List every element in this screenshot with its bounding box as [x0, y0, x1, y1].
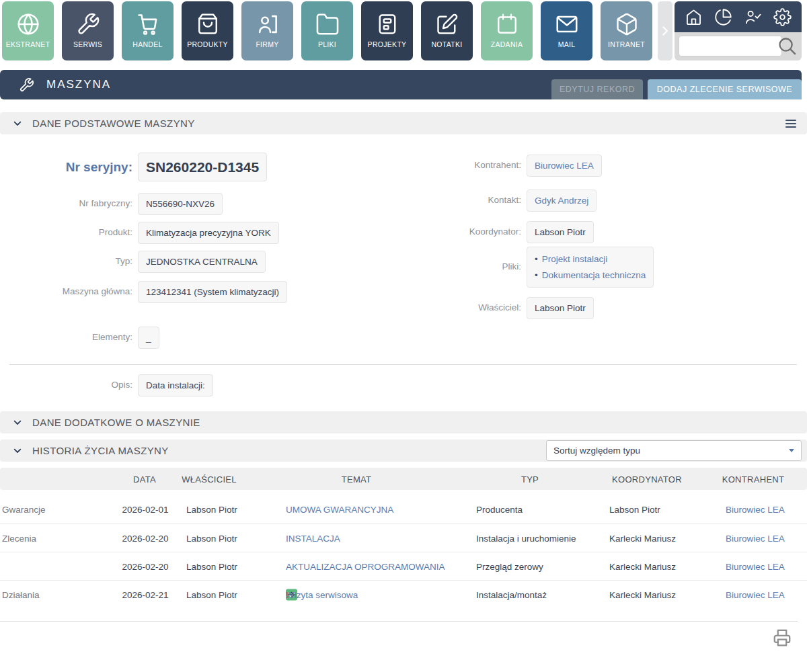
app-button-pliki[interactable]: PLIKI [301, 1, 353, 60]
app-button-label: INTRANET [608, 40, 645, 48]
file-list-item: •Dokumentacja techniczna [535, 267, 646, 284]
row-subject-link[interactable]: Wizyta serwisowa [286, 590, 358, 600]
sort-dropdown[interactable]: Sortuj względem typu [546, 440, 802, 461]
divider [0, 621, 798, 622]
column-header-owner: WŁAŚCICIEL [182, 474, 237, 484]
file-link[interactable]: Dokumentacja techniczna [542, 270, 646, 280]
field-label-contact: Kontakt: [377, 190, 521, 210]
row-subject-link[interactable]: INSTALACJA [286, 534, 340, 544]
calendar-icon [495, 10, 519, 38]
home-icon[interactable] [685, 8, 703, 26]
app-toolbar: EKSTRANET SERWIS HANDEL PRODUKTY FIRMY [2, 1, 652, 60]
app-button-label: PROJEKTY [368, 40, 407, 48]
section-title: DANE PODSTAWOWE MASZYNY [32, 118, 195, 129]
field-label-owner: Właściciel: [377, 297, 521, 318]
field-label-main-machine: Maszyna główna: [0, 281, 132, 302]
field-value-contractor: Biurowiec LEA [527, 155, 602, 177]
app-button-serwis[interactable]: SERWIS [62, 1, 114, 60]
field-label-description: Opis: [0, 374, 132, 395]
chevron-down-icon[interactable] [12, 417, 23, 428]
field-value-owner: Labson Piotr [527, 297, 594, 319]
search-input[interactable] [679, 36, 782, 56]
row-subject-link[interactable]: AKTUALIZACJA OPROGRAMOWANIA [286, 562, 445, 572]
bullet-icon: • [535, 270, 538, 280]
row-owner: Labson Piotr [186, 505, 237, 515]
field-value-product: Klimatyzacja precyzyjna YORK [138, 222, 279, 244]
app-button-label: PRODUKTY [187, 40, 228, 48]
column-header-contractor: KONTRAHENT [722, 474, 785, 484]
app-button-produkty[interactable]: PRODUKTY [182, 1, 233, 60]
toolbar-expand-button[interactable] [658, 1, 672, 60]
field-value-files: •Projekt instalacji •Dokumentacja techni… [527, 247, 654, 288]
section-basic-data: DANE PODSTAWOWE MASZYNY [0, 112, 807, 134]
row-coordinator: Karlecki Mariusz [609, 534, 676, 544]
row-contractor-link[interactable]: Biurowiec LEA [726, 590, 785, 600]
chevron-down-icon[interactable] [12, 446, 23, 456]
row-contractor-link[interactable]: Biurowiec LEA [726, 505, 785, 515]
user-check-icon[interactable] [744, 8, 762, 26]
table-row: Działania 2026-02-21 Labson Piotr Wizyta… [0, 580, 807, 609]
cart-icon [135, 10, 161, 38]
app-button-label: EKSTRANET [6, 40, 50, 48]
app-button-label: NOTATKI [431, 40, 462, 48]
wrench-icon [76, 10, 100, 38]
field-value-elements: _ [138, 327, 159, 349]
row-type: Instalacja i uruchomienie [476, 534, 576, 544]
app-button-zadania[interactable]: ZADANIA [481, 1, 533, 60]
alert-exclamation: ! [286, 590, 289, 600]
field-value-serial: SN260220-D1345 [138, 153, 267, 181]
row-date: 2026-02-21 [114, 590, 176, 600]
field-label-product: Produkt: [0, 222, 132, 243]
pie-chart-icon[interactable] [714, 8, 732, 26]
cube-icon [615, 10, 639, 38]
table-row: Zlecenia 2026-02-20 Labson Piotr INSTALA… [0, 523, 807, 552]
app-button-projekty[interactable]: PROJEKTY [361, 1, 413, 60]
chevron-down-icon[interactable] [12, 118, 23, 129]
field-value-main-machine: 123412341 (System klimatyzacji) [138, 281, 287, 303]
sort-dropdown-value: Sortuj względem typu [553, 446, 640, 456]
mail-icon [554, 10, 580, 38]
field-label-serial: Nr seryjny: [0, 153, 132, 181]
gear-icon[interactable] [773, 8, 792, 26]
row-subject-link[interactable]: UMOWA GWARANCYJNA [286, 505, 393, 515]
column-header-type: TYP [521, 474, 539, 484]
row-owner: Labson Piotr [186, 590, 237, 600]
row-contractor-link[interactable]: Biurowiec LEA [726, 562, 785, 572]
field-label-contractor: Kontrahent: [377, 155, 521, 175]
wrench-icon [19, 77, 34, 93]
app-button-handel[interactable]: HANDEL [122, 1, 174, 60]
app-button-label: FIRMY [256, 40, 278, 48]
column-header-date: DATA [133, 474, 156, 484]
section-additional-data: DANE DODATKOWE O MASZYNIE [0, 411, 807, 433]
app-button-label: HANDEL [132, 40, 162, 48]
field-value-type: JEDNOSTKA CENTRALNA [138, 251, 266, 273]
app-button-mail[interactable]: MAIL [541, 1, 592, 60]
divider [9, 364, 797, 365]
menu-icon[interactable] [784, 117, 798, 130]
print-icon[interactable] [772, 628, 792, 648]
app-button-label: SERWIS [73, 40, 102, 48]
row-type: Producenta [476, 505, 523, 515]
table-row: Gwarancje 2026-02-01 Labson Piotr UMOWA … [0, 495, 807, 523]
row-contractor-link[interactable]: Biurowiec LEA [726, 534, 785, 544]
app-button-intranet[interactable]: INTRANET [601, 1, 652, 60]
column-header-coordinator: KOORDYNATOR [612, 474, 682, 484]
app-button-firmy[interactable]: FIRMY [241, 1, 293, 60]
row-coordinator: Karlecki Mariusz [609, 590, 676, 600]
contractor-link[interactable]: Biurowiec LEA [535, 161, 594, 171]
contact-link[interactable]: Gdyk Andrzej [535, 196, 588, 206]
app-button-label: PLIKI [318, 40, 336, 48]
edit-record-button[interactable]: EDYTUJ REKORD [551, 79, 643, 99]
field-value-description: Data instalacji: [138, 374, 213, 396]
file-list-item: •Projekt instalacji [535, 251, 607, 267]
add-service-order-button[interactable]: DODAJ ZLECENIE SERWISOWE [648, 79, 802, 99]
globe-icon [15, 10, 41, 38]
app-button-ekstranet[interactable]: EKSTRANET [2, 1, 54, 60]
screen: EKSTRANET SERWIS HANDEL PRODUKTY FIRMY [0, 0, 807, 672]
row-coordinator: Karlecki Mariusz [609, 562, 676, 572]
bag-icon [196, 10, 220, 38]
file-link[interactable]: Projekt instalacji [542, 254, 608, 264]
app-button-notatki[interactable]: NOTATKI [421, 1, 473, 60]
row-group: Gwarancje [2, 505, 46, 515]
search-icon[interactable] [777, 36, 798, 56]
